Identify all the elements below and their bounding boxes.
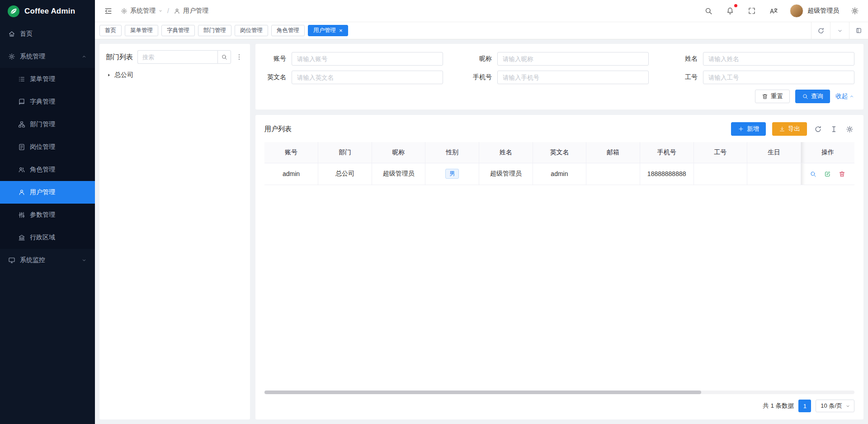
row-edit-button[interactable] xyxy=(823,170,832,178)
tree-expand-caret-icon[interactable] xyxy=(107,73,111,77)
sidebar-item-post-management[interactable]: 岗位管理 xyxy=(0,136,95,158)
tab-label: 角色管理 xyxy=(277,27,299,34)
phone-input[interactable] xyxy=(497,71,649,84)
tab-options-button[interactable] xyxy=(830,22,849,39)
query-button-label: 查询 xyxy=(811,92,823,100)
tab-close-icon[interactable]: × xyxy=(339,28,343,33)
breadcrumb: 系统管理 / 用户管理 xyxy=(121,7,208,15)
horizontal-scrollbar-track[interactable] xyxy=(264,391,854,394)
region-bank-icon xyxy=(18,234,25,241)
bell-icon xyxy=(726,7,734,15)
sidebar-item-label: 系统管理 xyxy=(20,52,45,61)
sidebar-item-role-management[interactable]: 角色管理 xyxy=(0,158,95,181)
row-view-button[interactable] xyxy=(809,170,817,178)
cell-phone: 18888888888 xyxy=(640,163,693,185)
job-number-label: 工号 xyxy=(676,73,698,81)
tab-user-management[interactable]: 用户管理 × xyxy=(308,25,348,36)
sidebar-item-system-management[interactable]: 系统管理 xyxy=(0,45,95,68)
cell-account: admin xyxy=(264,163,318,185)
app-title: Coffee Admin xyxy=(24,7,75,16)
sidebar-item-system-monitor[interactable]: 系统监控 xyxy=(0,249,95,272)
sidebar-item-label: 首页 xyxy=(20,30,33,38)
user-icon xyxy=(174,8,180,14)
column-header-department: 部门 xyxy=(318,142,372,163)
tab-post-management[interactable]: 岗位管理 xyxy=(235,25,268,36)
name-input[interactable] xyxy=(703,52,854,66)
refresh-icon xyxy=(817,27,825,34)
settings-button[interactable] xyxy=(849,5,861,17)
notifications-button[interactable] xyxy=(724,5,736,17)
column-header-operations: 操作 xyxy=(801,142,854,163)
layout-toggle-button[interactable] xyxy=(849,22,868,39)
collapse-filters-button[interactable]: 收起 xyxy=(835,92,854,100)
gear-icon xyxy=(851,7,859,15)
refresh-icon xyxy=(814,125,822,133)
cell-name: 超级管理员 xyxy=(479,163,533,185)
user-menu[interactable]: 超级管理员 xyxy=(790,4,839,18)
add-user-button[interactable]: 新增 xyxy=(731,122,766,136)
header-search-button[interactable] xyxy=(703,5,714,17)
breadcrumb-user-management[interactable]: 用户管理 xyxy=(174,7,208,15)
tab-refresh-button[interactable] xyxy=(811,22,830,39)
tree-node-head-office[interactable]: 总公司 xyxy=(106,69,244,81)
table-settings-button[interactable] xyxy=(845,124,854,134)
sidebar-item-menu-management[interactable]: 菜单管理 xyxy=(0,68,95,91)
search-icon xyxy=(704,7,712,15)
tab-department-management[interactable]: 部门管理 xyxy=(198,25,231,36)
pagination-total: 共 1 条数据 xyxy=(763,402,794,410)
department-search-input[interactable] xyxy=(137,50,217,64)
main-area: 系统管理 / 用户管理 xyxy=(95,0,868,424)
job-number-input[interactable] xyxy=(703,71,854,84)
layout-icon xyxy=(855,27,862,34)
chevron-down-icon xyxy=(81,257,87,263)
department-panel: 部门列表 总公司 xyxy=(99,44,250,419)
english-name-input[interactable] xyxy=(292,71,443,84)
export-button[interactable]: 导出 xyxy=(772,122,807,136)
breadcrumb-system-management[interactable]: 系统管理 xyxy=(121,7,163,15)
sidebar-item-dictionary-management[interactable]: 字典管理 xyxy=(0,91,95,113)
department-panel-title: 部门列表 xyxy=(106,53,133,62)
form-item-job-number: 工号 xyxy=(676,71,854,84)
table-refresh-button[interactable] xyxy=(813,124,823,134)
translate-button[interactable] xyxy=(768,5,780,17)
tab-dictionary-management[interactable]: 字典管理 xyxy=(161,25,195,36)
sidebar-item-user-management[interactable]: 用户管理 xyxy=(0,181,95,204)
sidebar-item-admin-region[interactable]: 行政区域 xyxy=(0,226,95,249)
english-name-label: 英文名 xyxy=(264,73,286,81)
logo-leaf-icon xyxy=(7,5,20,18)
app-logo[interactable]: Coffee Admin xyxy=(0,0,95,23)
search-form-grid: 账号 昵称 姓名 英文名 xyxy=(264,52,854,84)
horizontal-scrollbar-thumb[interactable] xyxy=(264,391,701,394)
tab-home[interactable]: 首页 xyxy=(99,25,122,36)
sidebar-collapse-button[interactable] xyxy=(102,5,114,17)
gender-tag: 男 xyxy=(445,169,459,179)
department-more-button[interactable] xyxy=(235,52,244,62)
table-density-button[interactable] xyxy=(829,124,839,134)
gear-icon xyxy=(8,53,15,60)
reset-button-label: 重置 xyxy=(771,92,783,100)
page-size-value: 10 条/页 xyxy=(821,402,842,410)
page-size-select[interactable]: 10 条/页 xyxy=(816,400,854,412)
page-1-button[interactable]: 1 xyxy=(798,400,811,412)
department-search-button[interactable] xyxy=(217,50,231,64)
reset-button[interactable]: 重置 xyxy=(755,90,790,103)
fullscreen-button[interactable] xyxy=(746,5,758,17)
sidebar-item-parameter-management[interactable]: 参数管理 xyxy=(0,204,95,226)
query-button[interactable]: 查询 xyxy=(795,90,830,103)
account-input[interactable] xyxy=(292,52,443,66)
name-label: 姓名 xyxy=(676,55,698,63)
sidebar-item-label: 系统监控 xyxy=(20,256,45,264)
chevron-down-icon xyxy=(837,28,843,34)
tab-label: 岗位管理 xyxy=(240,27,263,34)
sidebar-item-home[interactable]: 首页 xyxy=(0,23,95,45)
sidebar-item-department-management[interactable]: 部门管理 xyxy=(0,113,95,136)
tab-menu-management[interactable]: 菜单管理 xyxy=(125,25,158,36)
sidebar-item-label: 角色管理 xyxy=(30,166,55,174)
sidebar-item-label: 菜单管理 xyxy=(30,75,55,83)
tab-role-management[interactable]: 角色管理 xyxy=(271,25,305,36)
sidebar-item-label: 岗位管理 xyxy=(30,143,55,151)
user-search-form: 账号 昵称 姓名 英文名 xyxy=(255,44,863,110)
nickname-input[interactable] xyxy=(497,52,649,66)
row-delete-button[interactable] xyxy=(838,170,846,178)
more-vertical-icon xyxy=(236,53,243,61)
